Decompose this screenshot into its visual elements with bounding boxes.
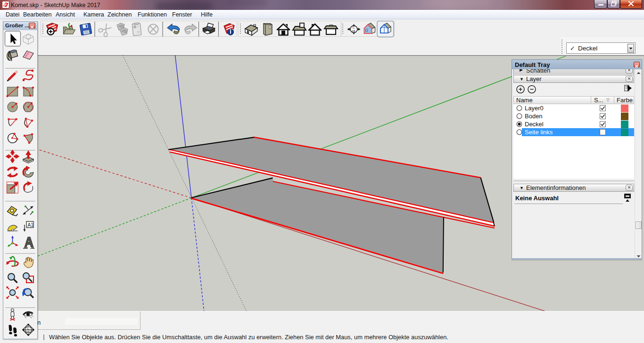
svg-text:AB: AB (352, 30, 355, 33)
svg-text:C: C (353, 26, 355, 29)
svg-text:A1: A1 (28, 222, 34, 228)
svg-text:C: C (27, 327, 29, 330)
svg-text:AB: AB (26, 330, 30, 333)
